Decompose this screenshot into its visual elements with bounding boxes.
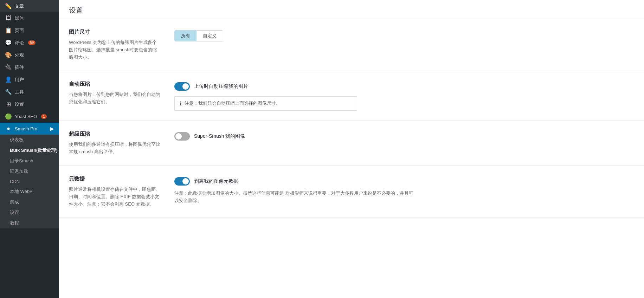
image-size-title: 图片尺寸 (69, 29, 160, 35)
appearance-icon: 🎨 (5, 52, 12, 58)
sidebar-item-tools[interactable]: 🔧 工具 (0, 86, 59, 98)
auto-compress-title: 自动压缩 (69, 81, 160, 88)
main-content: 设置 图片尺寸 WordPress 会为您上传的每张图片生成多个图片缩略图。选择… (59, 0, 644, 298)
sidebar-item-users[interactable]: 👤 用户 (0, 73, 59, 86)
metadata-section: 元数据 照片通常将相机设置存储在文件中，即焦距、日期、时间和位置。删除 EXIF… (59, 166, 644, 218)
auto-compress-notice-text: 注意：我们只会自动压缩上面选择的图像尺寸。 (185, 100, 281, 106)
yoast-icon: 🟢 (5, 113, 12, 120)
auto-compress-desc: 当您将图片上传到您的网站时，我们会自动为您优化和压缩它们。 (69, 91, 160, 106)
auto-compress-toggle[interactable] (174, 82, 190, 91)
auto-compress-right: 上传时自动压缩我的图片 ℹ 注意：我们只会自动压缩上面选择的图像尺寸。 (174, 81, 634, 111)
auto-compress-toggle-row: 上传时自动压缩我的图片 (174, 82, 634, 91)
media-icon: 🖼 (5, 15, 12, 21)
super-compress-desc: 使用我们的多通道有损压缩，将图像优化至比常规 smush 高出 2 倍。 (69, 141, 160, 156)
plugins-icon: 🔌 (5, 64, 12, 71)
sidebar-item-yoast[interactable]: 🟢 Yoast SEO 1 (0, 110, 59, 123)
auto-compress-slider (174, 82, 190, 91)
sidebar-item-settings[interactable]: ⊞ 设置 (0, 98, 59, 110)
super-compress-title: 超级压缩 (69, 131, 160, 137)
tools-icon: 🔧 (5, 89, 12, 95)
smushpro-arrow: ▶ (50, 126, 54, 131)
sidebar-item-plugins[interactable]: 🔌 插件 (0, 61, 59, 73)
page-title: 设置 (69, 6, 634, 15)
sidebar-item-smushpro[interactable]: ● Smush Pro ▶ (0, 123, 59, 135)
super-compress-toggle[interactable] (174, 132, 190, 141)
sidebar-item-comments[interactable]: 💬 评论 59 (0, 37, 59, 49)
submenu-bulksmush[interactable]: Bulk Smush(批量处理) (0, 145, 59, 156)
users-icon: 👤 (5, 76, 12, 83)
super-compress-right: Super-Smush 我的图像 (174, 131, 634, 156)
tab-all[interactable]: 所有 (175, 31, 197, 41)
image-size-tabs: 所有 自定义 (174, 30, 223, 41)
sidebar-item-posts[interactable]: ✏️ 文章 (0, 0, 59, 12)
pages-icon: 📋 (5, 27, 12, 34)
metadata-label: 剥离我的图像元数据 (194, 178, 238, 184)
metadata-toggle[interactable] (174, 177, 190, 186)
metadata-desc: 照片通常将相机设置存储在文件中，即焦距、日期、时间和位置。删除 EXIF 数据会… (69, 186, 160, 208)
sidebar: ✏️ 文章 🖼 媒体 📋 页面 💬 评论 59 🎨 外观 🔌 插件 👤 用户 🔧… (0, 0, 59, 298)
submenu-integration[interactable]: 集成 (0, 197, 59, 207)
metadata-right: 剥离我的图像元数据 注意：此数据会增加图像的大小。虽然这些信息可能是 对摄影师来… (174, 176, 634, 208)
settings-icon: ⊞ (5, 101, 12, 108)
metadata-slider (174, 177, 190, 186)
metadata-left: 元数据 照片通常将相机设置存储在文件中，即焦距、日期、时间和位置。删除 EXIF… (69, 176, 160, 208)
auto-compress-label: 上传时自动压缩我的图片 (194, 83, 248, 90)
auto-compress-notice: ℹ 注意：我们只会自动压缩上面选择的图像尺寸。 (174, 96, 357, 111)
submenu-lazyload[interactable]: 延迟加载 (0, 166, 59, 177)
super-compress-label: Super-Smush 我的图像 (194, 133, 245, 140)
image-size-section: 图片尺寸 WordPress 会为您上传的每张图片生成多个图片缩略图。选择批量 … (59, 19, 644, 71)
super-compress-section: 超级压缩 使用我们的多通道有损压缩，将图像优化至比常规 smush 高出 2 倍… (59, 121, 644, 166)
super-compress-toggle-row: Super-Smush 我的图像 (174, 132, 634, 141)
submenu-cdn[interactable]: CDN (0, 177, 59, 186)
super-compress-left: 超级压缩 使用我们的多通道有损压缩，将图像优化至比常规 smush 高出 2 倍… (69, 131, 160, 156)
info-icon: ℹ (180, 101, 182, 107)
sidebar-item-media[interactable]: 🖼 媒体 (0, 12, 59, 24)
comments-icon: 💬 (5, 39, 12, 46)
sidebar-item-pages[interactable]: 📋 页面 (0, 24, 59, 37)
page-header: 设置 (59, 0, 644, 19)
metadata-toggle-row: 剥离我的图像元数据 (174, 177, 634, 186)
metadata-note: 注意：此数据会增加图像的大小。虽然这些信息可能是 对摄影师来说很重要，对于大多数… (174, 190, 413, 205)
super-compress-slider (174, 132, 190, 141)
image-size-right: 所有 自定义 (174, 29, 634, 61)
tab-custom[interactable]: 自定义 (197, 31, 223, 41)
submenu-dashboard[interactable]: 仪表板 (0, 135, 59, 145)
submenu-tutorial[interactable]: 教程 (0, 218, 59, 228)
posts-icon: ✏️ (5, 3, 12, 9)
metadata-title: 元数据 (69, 176, 160, 182)
sidebar-item-appearance[interactable]: 🎨 外观 (0, 49, 59, 61)
submenu-directorysmush[interactable]: 目录Smush (0, 156, 59, 166)
image-size-desc: WordPress 会为您上传的每张图片生成多个图片缩略图。选择批量 smush… (69, 39, 160, 61)
auto-compress-left: 自动压缩 当您将图片上传到您的网站时，我们会自动为您优化和压缩它们。 (69, 81, 160, 111)
smushpro-submenu: 仪表板 Bulk Smush(批量处理) 目录Smush 延迟加载 CDN 本地… (0, 135, 59, 228)
submenu-settings[interactable]: 设置 (0, 207, 59, 218)
submenu-localwebp[interactable]: 本地 WebP (0, 186, 59, 197)
auto-compress-section: 自动压缩 当您将图片上传到您的网站时，我们会自动为您优化和压缩它们。 上传时自动… (59, 71, 644, 121)
image-size-left: 图片尺寸 WordPress 会为您上传的每张图片生成多个图片缩略图。选择批量 … (69, 29, 160, 61)
yoast-badge: 1 (41, 114, 47, 119)
smushpro-icon: ● (5, 125, 12, 132)
comments-badge: 59 (28, 40, 36, 45)
